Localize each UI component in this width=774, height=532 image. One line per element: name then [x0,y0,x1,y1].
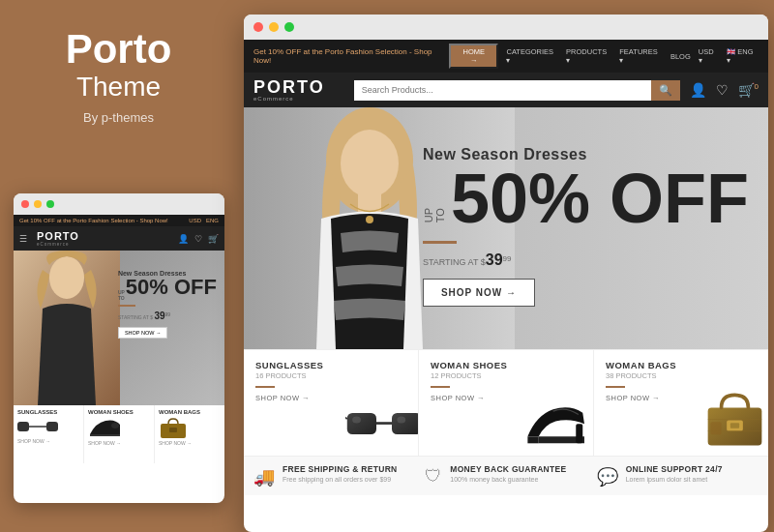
mini-sunglasses-shop[interactable]: SHOP NOW → [17,438,79,444]
mini-bags-shop[interactable]: SHOP NOW → [159,440,221,446]
mini-shop-now-button[interactable]: SHOP NOW → [118,327,168,339]
product-shoes-name: WOMAN SHOES [431,360,581,370]
main-porto-logo-block: PORTO eCommerce [253,78,325,102]
mini-divider [118,305,135,307]
svg-rect-25 [710,422,721,434]
mini-product-sunglasses: SUNGLASSES SHOP NOW → [14,405,84,463]
product-bags: WOMAN BAGS 38 PRODUCTS SHOP NOW → [594,350,768,456]
svg-rect-15 [347,413,376,434]
brand-by: By p-themes [83,110,154,125]
mini-titlebar [14,193,224,215]
brand-title: Porto [66,29,172,70]
mini-bag-icon [159,417,188,438]
main-dot-green [284,22,294,32]
products-row: SUNGLASSES 16 PRODUCTS SHOP NOW → [244,349,768,456]
footer-guarantee: 🛡 MONEY BACK GUARANTEE 100% money back g… [425,464,586,488]
nav-usd[interactable]: USD ▾ [699,47,719,65]
svg-rect-3 [46,422,58,431]
footer-support: 💬 ONLINE SUPPORT 24/7 Lorem ipsum dolor … [597,464,759,488]
hero-off-row: UPTO 50% OFF [423,163,749,233]
mini-user-icon: 👤 [178,234,189,244]
main-dot-yellow [269,22,279,32]
search-button[interactable]: 🔍 [651,80,680,101]
mini-sunglasses-icon [17,417,58,436]
mini-porto-logo: PORTO eCommerce [37,230,79,247]
product-bags-name: WOMAN BAGS [606,360,757,370]
footer-support-text: ONLINE SUPPORT 24/7 Lorem ipsum dolor si… [626,464,723,485]
user-icon[interactable]: 👤 [690,82,706,98]
svg-point-17 [352,416,361,423]
brand-subtitle: Theme [76,72,161,103]
mini-nav: ☰ PORTO eCommerce 👤 ♡ 🛒 [14,226,224,251]
bags-product-image [703,388,766,451]
mini-lang: USD ENG [189,218,219,223]
svg-point-1 [49,256,84,299]
search-container: 🔍 [354,80,680,101]
mini-product-shoes: WOMAN SHOES SHOP NOW → [84,405,155,463]
mini-browser-preview: Get 10% OFF at the Porto Fashion Selecti… [14,193,224,503]
mini-nav-icons: 👤 ♡ 🛒 [178,234,219,244]
mini-shoe-icon [88,417,122,438]
main-titlebar [244,15,768,40]
hero-off-text: 50% OFF [451,163,749,233]
nav-lang[interactable]: 🇬🇧 ENG ▾ [727,47,759,65]
support-icon: 💬 [597,466,618,488]
mini-hero-off: 50% OFF [126,277,217,298]
product-shoes-divider [431,386,450,388]
shoes-product-image [523,393,591,451]
svg-point-12 [341,130,399,197]
svg-point-18 [397,416,405,423]
mini-dot-green [46,200,54,208]
mini-hamburger-icon: ☰ [19,234,27,244]
product-shoes-count: 12 PRODUCTS [431,371,581,380]
nav-categories[interactable]: CATEGORIES ▾ [506,47,558,65]
mini-hero-model-svg [14,251,120,405]
guarantee-icon: 🛡 [425,466,442,487]
main-nav: PORTO eCommerce 🔍 👤 ♡ 🛒0 [244,73,768,107]
product-sunglasses-name: SUNGLASSES [255,360,406,370]
main-nav-icons: 👤 ♡ 🛒0 [690,82,759,98]
mini-wishlist-icon: ♡ [194,234,202,244]
mini-hero: New Season Dresses UPTO 50% OFF STARTING… [14,251,224,405]
mini-porto-sub: eCommerce [37,242,79,247]
hero-text-area: New Season Dresses UPTO 50% OFF STARTING… [423,146,749,307]
mini-cart-icon: 🛒 [208,234,219,244]
left-panel: Porto Theme By p-themes Get 10% OFF at t… [0,0,237,532]
product-bags-count: 38 PRODUCTS [606,371,757,380]
hero-starting-price: STARTING AT $3999 [423,251,749,269]
product-sunglasses-divider [255,386,275,388]
main-dot-red [253,22,263,32]
footer-shipping: 🚚 FREE SHIPPING & RETURN Free shipping o… [253,464,415,488]
nav-features[interactable]: FEATURES ▾ [619,47,663,65]
hero-divider [423,241,457,244]
main-topbar: Get 10% OFF at the Porto Fashion Selecti… [244,40,768,73]
nav-blog[interactable]: BLOG [670,52,691,61]
svg-rect-16 [392,413,419,434]
mini-products-row: SUNGLASSES SHOP NOW → WOMAN SHOES [14,405,224,463]
product-bags-divider [606,386,625,388]
product-sunglasses: SUNGLASSES 16 PRODUCTS SHOP NOW → [244,350,419,456]
shipping-icon: 🚚 [253,466,275,488]
mini-hero-off-line: UPTO 50% OFF [118,277,217,301]
product-shoes: WOMAN SHOES 12 PRODUCTS SHOP NOW → [419,350,594,456]
footer-strip: 🚚 FREE SHIPPING & RETURN Free shipping o… [244,456,768,495]
mini-shoes-shop[interactable]: SHOP NOW → [88,440,150,446]
wishlist-icon[interactable]: ♡ [716,82,729,98]
main-promo: Get 10% OFF at the Porto Fashion Selecti… [253,47,449,65]
home-button[interactable]: HOME → [449,44,498,69]
main-browser: Get 10% OFF at the Porto Fashion Selecti… [244,15,768,532]
main-topbar-right: HOME → CATEGORIES ▾ PRODUCTS ▾ FEATURES … [449,44,759,69]
mini-topbar: Get 10% OFF at the Porto Fashion Selecti… [14,215,224,226]
svg-rect-19 [576,424,582,443]
svg-point-7 [111,423,119,429]
mini-dot-red [21,200,29,208]
cart-icon[interactable]: 🛒0 [738,82,759,98]
nav-products[interactable]: PRODUCTS ▾ [566,47,611,65]
mini-hero-starting: STARTING AT $ 3999 [118,310,217,321]
hero-shop-now-button[interactable]: SHOP NOW → [423,279,535,307]
svg-point-14 [366,216,373,223]
footer-guarantee-text: MONEY BACK GUARANTEE 100% money back gua… [450,464,566,485]
svg-rect-9 [169,428,177,432]
search-input[interactable] [354,80,651,101]
hero-upto-text: UPTO [423,208,446,222]
